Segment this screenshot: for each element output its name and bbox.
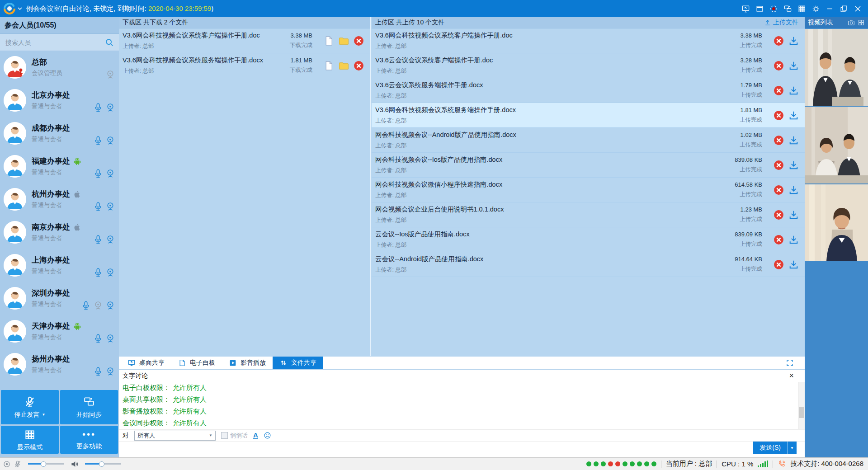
upload-file-row[interactable]: V3.6网会科技视频会议系统服务端操作手册.docx 上传者: 总部 1.81 … xyxy=(372,103,805,128)
screen-share-icon[interactable] xyxy=(741,4,750,14)
mic-icon[interactable] xyxy=(93,136,103,146)
whisper-checkbox[interactable] xyxy=(221,432,228,439)
webcam-icon[interactable] xyxy=(105,169,115,179)
upload-file-row[interactable]: V3.6云会议会议系统客户端操作手册.doc 上传者: 总部 3.28 MB 上… xyxy=(372,53,805,78)
cancel-icon[interactable] xyxy=(773,110,784,121)
download-icon[interactable] xyxy=(788,60,799,71)
cancel-icon[interactable] xyxy=(353,35,364,47)
cancel-icon[interactable] xyxy=(773,35,784,47)
cancel-icon[interactable] xyxy=(773,184,784,196)
download-icon[interactable] xyxy=(788,209,799,221)
mic-volume-slider[interactable] xyxy=(28,463,64,465)
dropdown-caret-icon[interactable]: ▼ xyxy=(42,413,46,417)
video-thumbnail[interactable] xyxy=(805,107,868,183)
mic-icon[interactable] xyxy=(93,235,103,244)
speaker-icon[interactable] xyxy=(71,460,79,468)
message-input[interactable] xyxy=(119,442,805,457)
webcam-icon[interactable] xyxy=(105,334,115,343)
cancel-icon[interactable] xyxy=(773,60,784,71)
stop-speaking-button[interactable]: 停止发言▼ xyxy=(1,390,59,424)
download-icon[interactable] xyxy=(788,184,799,196)
participant-row[interactable]: 上海办事处 普通与会者 xyxy=(0,249,119,282)
upload-file-row[interactable]: 网会视频会议企业后台使用说明书1.0.1.docx 上传者: 总部 1.23 M… xyxy=(372,202,805,227)
upload-file-button[interactable]: 上传文件 xyxy=(764,19,798,27)
display-mode-button[interactable]: 显示模式 xyxy=(1,426,59,454)
audience-select[interactable]: 所有人 ▼ xyxy=(134,431,216,441)
download-icon[interactable] xyxy=(788,259,799,270)
participant-row[interactable]: 深圳办事处 普通与会者 xyxy=(0,282,119,315)
webcam-icon[interactable] xyxy=(105,235,115,244)
open-file-icon[interactable] xyxy=(323,35,335,47)
cancel-icon[interactable] xyxy=(353,60,364,71)
cancel-icon[interactable] xyxy=(773,209,784,221)
mic-icon[interactable] xyxy=(93,268,103,277)
sync-screens-icon[interactable] xyxy=(783,4,793,14)
search-icon[interactable] xyxy=(104,38,114,47)
mic-icon[interactable] xyxy=(93,169,103,179)
mic-icon[interactable] xyxy=(93,334,103,343)
webcam-gray-icon[interactable] xyxy=(105,70,115,80)
webcam-gray-icon[interactable] xyxy=(93,301,103,310)
open-file-icon[interactable] xyxy=(323,60,335,71)
emoji-icon[interactable] xyxy=(264,432,271,439)
share-tab[interactable]: 文件共享 xyxy=(273,357,323,369)
webcam-icon[interactable] xyxy=(105,136,115,146)
record-icon[interactable] xyxy=(769,4,778,14)
open-folder-icon[interactable] xyxy=(338,35,349,47)
upload-file-row[interactable]: 云会议--Android版产品使用指南.docx 上传者: 总部 914.64 … xyxy=(372,252,805,277)
window-mode-icon[interactable] xyxy=(755,4,764,14)
send-options-caret[interactable]: ▼ xyxy=(787,442,797,454)
share-tab[interactable]: 影音播放 xyxy=(222,357,273,369)
download-icon[interactable] xyxy=(788,135,799,146)
close-icon[interactable] xyxy=(853,4,863,14)
upload-file-row[interactable]: 云会议--Ios版产品使用指南.docx 上传者: 总部 839.09 KB 上… xyxy=(372,227,805,252)
download-file-row[interactable]: V3.6网会科技视频会议系统服务端操作手册.docx 上传者: 总部 1.81 … xyxy=(119,53,370,78)
speaker-volume-slider[interactable] xyxy=(85,463,121,465)
participant-row[interactable]: 扬州办事处 普通与会者 xyxy=(0,348,119,381)
webcam-icon[interactable] xyxy=(105,301,115,310)
chat-close-icon[interactable]: × xyxy=(789,371,794,380)
share-tab[interactable]: 桌面共享 xyxy=(121,357,171,369)
audio-device-icon[interactable] xyxy=(3,460,11,468)
upload-file-row[interactable]: V3.6云会议系统服务端操作手册.docx 上传者: 总部 1.79 MB 上传… xyxy=(372,78,805,103)
cancel-icon[interactable] xyxy=(773,85,784,96)
mic-icon[interactable] xyxy=(81,301,91,310)
download-icon[interactable] xyxy=(788,160,799,171)
cancel-icon[interactable] xyxy=(773,259,784,270)
download-file-row[interactable]: V3.6网会科技视频会议系统客户端操作手册.doc 上传者: 总部 3.38 M… xyxy=(119,28,370,53)
download-icon[interactable] xyxy=(788,110,799,121)
participant-row[interactable]: 成都办事处 普通与会者 xyxy=(0,117,119,150)
cancel-icon[interactable] xyxy=(773,135,784,146)
start-sync-button[interactable]: 开始同步 xyxy=(60,390,118,424)
mic-icon[interactable] xyxy=(93,103,103,113)
download-icon[interactable] xyxy=(788,234,799,245)
expand-icon[interactable] xyxy=(786,359,794,367)
download-icon[interactable] xyxy=(788,85,799,96)
upload-file-row[interactable]: 网会科技视频会议微信小程序快速指南.docx 上传者: 总部 614.58 KB… xyxy=(372,178,805,202)
mic-icon[interactable] xyxy=(93,367,103,376)
mic-muted-icon[interactable] xyxy=(14,460,22,468)
webcam-icon[interactable] xyxy=(105,367,115,376)
upload-file-row[interactable]: 网会科技视频会议--Android版产品使用指南.docx 上传者: 总部 1.… xyxy=(372,128,805,153)
upload-file-row[interactable]: 网会科技视频会议--Ios版产品使用指南.docx 上传者: 总部 839.08… xyxy=(372,153,805,178)
more-functions-button[interactable]: ••• 更多功能 xyxy=(60,426,118,454)
participant-row[interactable]: 杭州办事处 普通与会者 xyxy=(0,183,119,216)
participant-row[interactable]: 北京办事处 普通与会者 xyxy=(0,84,119,117)
chat-scrollbar-handle[interactable] xyxy=(799,407,804,418)
share-tab[interactable]: 电子白板 xyxy=(171,357,222,369)
participant-row[interactable]: 总部 会议管理员 xyxy=(0,51,119,84)
open-folder-icon[interactable] xyxy=(338,60,349,71)
settings-gear-icon[interactable] xyxy=(811,4,821,14)
cancel-icon[interactable] xyxy=(773,160,784,171)
snapshot-camera-icon[interactable] xyxy=(848,19,855,26)
video-thumbnail[interactable] xyxy=(805,29,868,106)
chat-scrollbar[interactable] xyxy=(798,382,805,429)
restore-icon[interactable] xyxy=(839,4,849,14)
upload-file-row[interactable]: V3.6网会科技视频会议系统客户端操作手册.doc 上传者: 总部 3.38 M… xyxy=(372,28,805,53)
participant-row[interactable]: 福建办事处 普通与会者 xyxy=(0,150,119,183)
video-layout-icon[interactable] xyxy=(858,19,865,26)
mic-icon[interactable] xyxy=(93,202,103,212)
minimize-icon[interactable] xyxy=(825,4,835,14)
webcam-icon[interactable] xyxy=(105,103,115,113)
font-style-button[interactable]: A xyxy=(253,432,258,439)
